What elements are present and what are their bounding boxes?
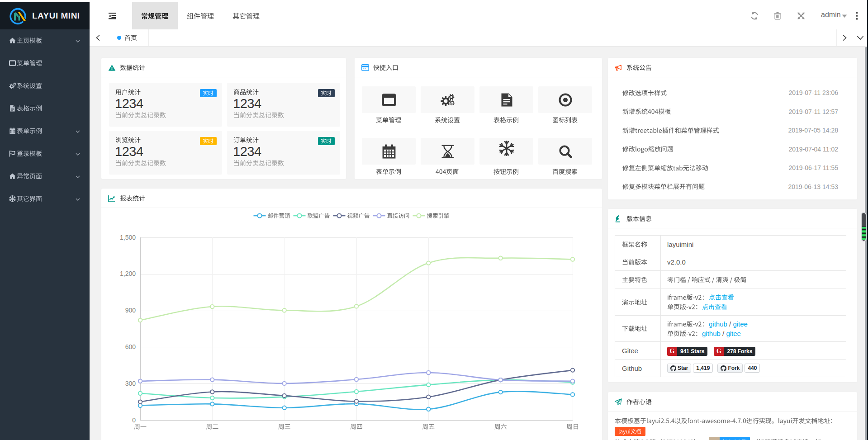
svg-text:1,500: 1,500 [120,234,136,241]
svg-text:600: 600 [125,343,136,350]
svg-text:0: 0 [132,416,136,424]
svg-text:900: 900 [125,307,136,314]
svg-text:1,200: 1,200 [120,270,136,277]
svg-text:300: 300 [125,380,136,387]
